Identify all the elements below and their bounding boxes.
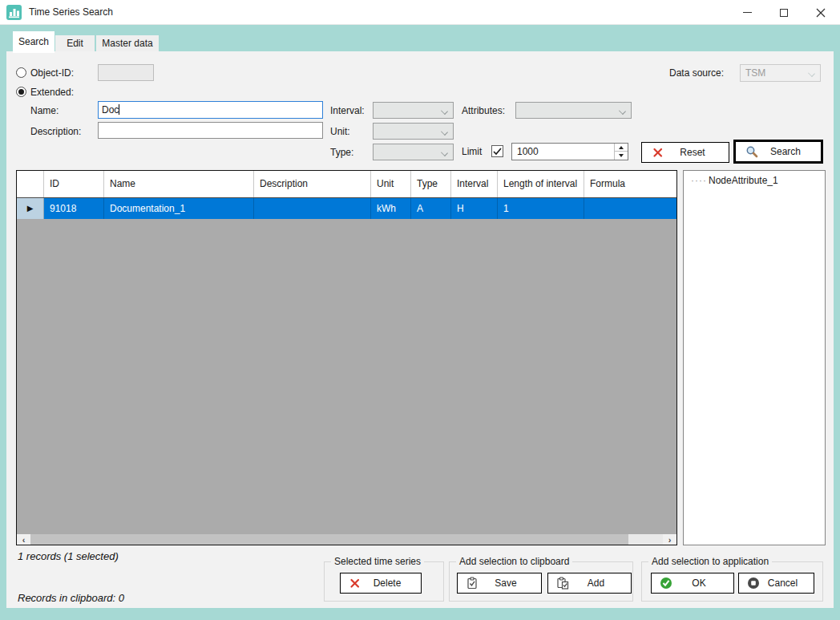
tab-search[interactable]: Search [13, 31, 55, 53]
type-label: Type: [330, 147, 353, 159]
red-x-icon [349, 577, 361, 590]
chevron-down-icon [619, 107, 626, 115]
object-id-input[interactable] [98, 64, 154, 81]
cancel-button[interactable]: Cancel [738, 573, 814, 594]
results-grid[interactable]: ID Name Description Unit Type Interval L… [16, 170, 677, 545]
cancel-label: Cancel [760, 577, 806, 589]
name-value: Doc [102, 104, 119, 115]
search-button[interactable]: Search [733, 140, 823, 164]
clipboard-status: Records in clipboard: 0 [18, 592, 124, 604]
data-source-dropdown[interactable]: TSM [740, 64, 821, 82]
column-header-length-of-interval[interactable]: Length of interval [498, 171, 584, 197]
extended-label: Extended: [30, 87, 74, 99]
description-input[interactable] [98, 122, 323, 139]
close-icon [816, 8, 826, 18]
delete-label: Delete [361, 577, 413, 589]
scroll-right-icon[interactable]: › [663, 534, 676, 545]
minimize-button[interactable] [729, 0, 765, 25]
attributes-label: Attributes: [462, 105, 505, 117]
add-label: Add [569, 577, 623, 589]
cell-formula[interactable] [584, 198, 676, 219]
column-header-formula[interactable]: Formula [584, 171, 676, 197]
group-title: Selected time series [331, 556, 424, 567]
text-caret [119, 104, 119, 115]
object-id-radio[interactable] [16, 67, 26, 78]
horizontal-scrollbar[interactable]: ‹ › [17, 534, 676, 545]
reset-label: Reset [664, 147, 721, 158]
unit-dropdown[interactable] [373, 123, 454, 140]
object-id-label: Object-ID: [30, 67, 74, 79]
attributes-dropdown[interactable] [515, 102, 632, 119]
red-x-icon [652, 146, 664, 159]
column-header-description[interactable]: Description [254, 171, 371, 197]
grid-empty-area [17, 219, 676, 534]
description-label: Description: [30, 126, 81, 138]
column-header-unit[interactable]: Unit [371, 171, 411, 197]
grid-header-row: ID Name Description Unit Type Interval L… [17, 171, 676, 198]
clipboard-check-icon [466, 577, 479, 590]
maximize-button[interactable] [765, 0, 802, 25]
add-button[interactable]: Add [547, 573, 632, 594]
cell-type[interactable]: A [411, 198, 451, 219]
maximize-icon [780, 9, 788, 17]
app-icon [6, 5, 22, 20]
chevron-down-icon [808, 70, 815, 77]
limit-checkbox[interactable] [491, 145, 503, 157]
cell-description[interactable] [254, 198, 371, 219]
cancel-stop-icon [747, 577, 760, 590]
group-title: Add selection to clipboard [456, 556, 572, 567]
tree-item-label: NodeAttribute_1 [709, 175, 778, 186]
ok-button[interactable]: OK [651, 573, 734, 594]
name-input[interactable]: Doc [98, 101, 323, 119]
data-source-value: TSM [745, 67, 765, 79]
limit-value: 1000 [517, 146, 539, 157]
chevron-down-icon [441, 128, 448, 136]
column-header-id[interactable]: ID [44, 171, 104, 197]
tree-branch-icon: ···· [691, 175, 707, 186]
column-header-interval[interactable]: Interval [451, 171, 498, 197]
close-button[interactable] [802, 0, 838, 25]
records-status: 1 records (1 selected) [18, 550, 119, 562]
column-header-name[interactable]: Name [104, 171, 254, 197]
row-marker-icon: ▶ [27, 198, 34, 219]
cell-interval[interactable]: H [451, 198, 498, 219]
limit-input[interactable]: 1000 [511, 143, 628, 160]
minimize-icon [743, 12, 752, 13]
clipboard-paste-icon [556, 577, 569, 590]
interval-dropdown[interactable] [373, 102, 454, 119]
limit-spinner[interactable] [614, 144, 628, 160]
search-label: Search [758, 146, 813, 157]
name-label: Name: [30, 105, 59, 117]
row-selector-cell[interactable]: ▶ [17, 198, 44, 219]
group-title: Add selection to application [648, 556, 772, 567]
cell-length-of-interval[interactable]: 1 [498, 198, 584, 219]
cell-unit[interactable]: kWh [371, 198, 411, 219]
interval-label: Interval: [330, 105, 365, 117]
scroll-left-icon[interactable]: ‹ [17, 534, 30, 545]
tab-master-data[interactable]: Master data [96, 35, 159, 51]
save-label: Save [479, 577, 533, 589]
ok-check-icon [660, 577, 672, 590]
tab-edit[interactable]: Edit [55, 35, 95, 51]
grid-corner-cell [17, 171, 44, 197]
column-header-type[interactable]: Type [411, 171, 451, 197]
tree-item-nodeattribute[interactable]: ····NodeAttribute_1 [684, 171, 825, 186]
chevron-down-icon [441, 149, 448, 156]
spin-up-icon[interactable] [615, 144, 628, 152]
cell-name[interactable]: Documentation_1 [104, 198, 254, 219]
cell-id[interactable]: 91018 [44, 198, 104, 219]
spin-down-icon[interactable] [615, 152, 628, 160]
save-button[interactable]: Save [457, 573, 542, 594]
attribute-tree-panel[interactable]: ····NodeAttribute_1 [683, 170, 826, 545]
type-dropdown[interactable] [373, 144, 454, 160]
reset-button[interactable]: Reset [641, 142, 729, 163]
limit-label: Limit [462, 146, 482, 158]
unit-label: Unit: [330, 126, 350, 138]
search-icon [745, 145, 758, 158]
scrollbar-thumb[interactable] [30, 534, 628, 545]
extended-radio[interactable] [16, 87, 26, 97]
delete-button[interactable]: Delete [340, 573, 422, 594]
window-title: Time Series Search [29, 0, 113, 25]
radio-dot [18, 89, 24, 95]
table-row[interactable]: ▶ 91018 Documentation_1 kWh A H 1 [17, 198, 676, 219]
